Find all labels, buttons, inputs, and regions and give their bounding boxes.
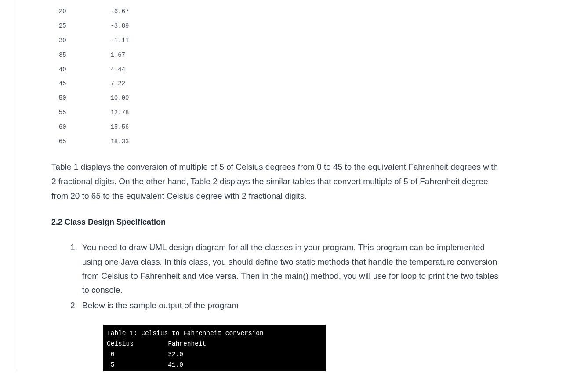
list-item: Below is the sample output of the progra…: [80, 299, 501, 313]
table-description-paragraph: Table 1 displays the conversion of multi…: [51, 160, 501, 204]
section-heading: 2.2 Class Design Specification: [51, 216, 501, 229]
terminal-output-container: Table 1: Celsius to Fahrenheit conversio…: [103, 325, 501, 371]
terminal-output: Table 1: Celsius to Fahrenheit conversio…: [103, 325, 326, 371]
list-item: You need to draw UML design diagram for …: [80, 240, 501, 297]
document-page: 20 -6.67 25 -3.89 30 -1.11 35 1.67 40 4.…: [17, 0, 588, 371]
document-content: 20 -6.67 25 -3.89 30 -1.11 35 1.67 40 4.…: [35, 0, 518, 371]
fahrenheit-celsius-table: 20 -6.67 25 -3.89 30 -1.11 35 1.67 40 4.…: [51, 4, 501, 149]
design-spec-list: You need to draw UML design diagram for …: [51, 240, 501, 312]
